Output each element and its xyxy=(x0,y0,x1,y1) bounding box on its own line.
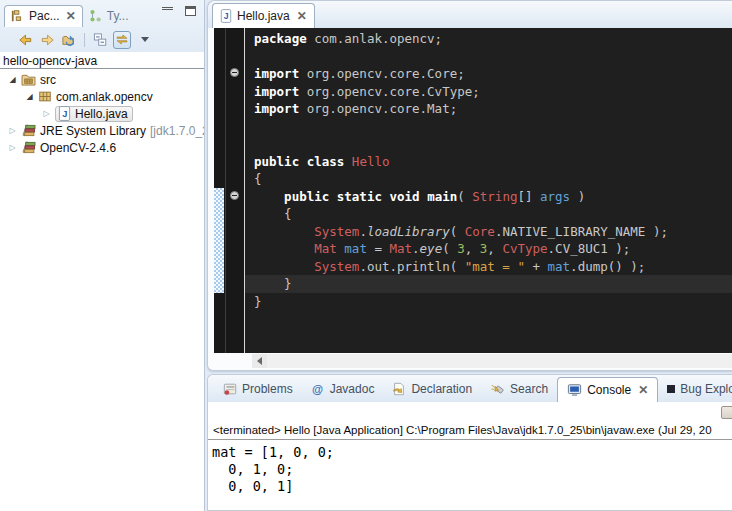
package-explorer-header: Pac... ✕ Ty... xyxy=(0,0,204,52)
code-line[interactable] xyxy=(254,135,732,153)
tab-label: Declaration xyxy=(411,382,472,396)
collapse-all-button[interactable] xyxy=(91,31,109,49)
expand-arrow-icon[interactable]: ▷ xyxy=(42,109,51,118)
tree-item-label: OpenCV-2.4.6 xyxy=(40,141,116,155)
type-hierarchy-icon xyxy=(89,9,103,23)
library-icon xyxy=(21,141,36,154)
tab-label: Problems xyxy=(242,382,293,396)
scroll-left-button[interactable] xyxy=(252,354,267,368)
tab-label: Javadoc xyxy=(330,382,375,396)
svg-text:@: @ xyxy=(312,382,323,394)
tree-item-package[interactable]: ◢ com.anlak.opencv xyxy=(0,88,204,105)
tab-label: Pac... xyxy=(29,9,60,23)
expand-arrow-icon[interactable]: ▷ xyxy=(8,126,17,135)
close-icon[interactable]: ✕ xyxy=(638,385,648,395)
tab-label: Ty... xyxy=(107,9,129,23)
expand-arrow-icon[interactable]: ▷ xyxy=(8,143,17,152)
javadoc-icon: @ xyxy=(311,382,325,396)
bottom-panel: Problems @ Javadoc Declaration Search xyxy=(207,374,732,511)
console-output[interactable]: mat = [1, 0, 0; 0, 1, 0; 0, 0, 1] xyxy=(208,440,732,495)
folding-margin[interactable] xyxy=(226,28,245,353)
code-line[interactable] xyxy=(254,118,732,136)
tree-item-project[interactable]: hello-opencv-java xyxy=(0,54,204,69)
up-folder-icon xyxy=(61,33,77,47)
tree-item-src[interactable]: ◢ src xyxy=(0,71,204,88)
expand-arrow-icon[interactable]: ◢ xyxy=(8,75,17,84)
code-line[interactable]: Mat mat = Mat.eye( 3, 3, CvType.CV_8UC1 … xyxy=(254,240,732,258)
back-button[interactable] xyxy=(16,31,34,49)
svg-text:J: J xyxy=(62,109,67,119)
package-icon xyxy=(38,90,52,103)
view-tabbar: Pac... ✕ Ty... xyxy=(0,0,204,27)
fold-collapse-icon[interactable] xyxy=(230,68,239,77)
package-explorer-toolbar xyxy=(0,27,204,52)
selected-item-highlight: J Hello.java xyxy=(55,106,133,122)
up-button[interactable] xyxy=(60,31,78,49)
annotation-ruler[interactable] xyxy=(214,28,225,353)
search-icon xyxy=(490,382,505,396)
tab-package-explorer[interactable]: Pac... ✕ xyxy=(4,5,83,27)
package-explorer-icon xyxy=(11,9,25,23)
java-file-icon: J xyxy=(220,9,232,23)
editor-tab-label: Hello.java xyxy=(237,9,290,23)
tab-type-hierarchy[interactable]: Ty... xyxy=(83,6,135,27)
console-process-title: <terminated> Hello [Java Application] C:… xyxy=(208,424,732,440)
maximize-view-icon[interactable] xyxy=(185,6,196,16)
library-icon xyxy=(21,124,36,137)
link-with-editor-button[interactable] xyxy=(113,31,131,49)
view-menu-icon[interactable] xyxy=(141,37,149,42)
code-line[interactable]: import org.opencv.core.Mat; xyxy=(254,100,732,118)
scroll-left-arrow-icon xyxy=(257,357,262,365)
close-icon[interactable]: ✕ xyxy=(66,11,76,21)
java-file-icon: J xyxy=(58,106,71,121)
console-toolbar xyxy=(208,402,732,424)
project-label: hello-opencv-java xyxy=(3,54,97,68)
tab-problems[interactable]: Problems xyxy=(214,375,302,402)
tree-item-jre-library[interactable]: ▷ JRE System Library [jdk1.7.0_25] xyxy=(0,122,204,139)
code-line[interactable]: } xyxy=(245,275,732,293)
code-line[interactable]: { xyxy=(254,170,732,188)
console-output-line: 0, 0, 1] xyxy=(212,478,732,495)
declaration-icon xyxy=(392,382,406,396)
tab-console[interactable]: Console ✕ xyxy=(557,377,658,402)
code-line[interactable]: System.loadLibrary( Core.NATIVE_LIBRARY_… xyxy=(254,223,732,241)
code-line[interactable]: public class Hello xyxy=(254,153,732,171)
tab-declaration[interactable]: Declaration xyxy=(383,375,481,402)
tab-javadoc[interactable]: @ Javadoc xyxy=(302,375,384,402)
code-line[interactable]: import org.opencv.core.Core; xyxy=(254,65,732,83)
tab-search[interactable]: Search xyxy=(481,375,557,402)
code-line[interactable]: { xyxy=(254,205,732,223)
code-line[interactable]: package com.anlak.opencv; xyxy=(254,30,732,48)
svg-text:J: J xyxy=(224,11,229,21)
bottom-tabbar: Problems @ Javadoc Declaration Search xyxy=(208,375,732,402)
toolbar-separator xyxy=(84,33,85,47)
problems-icon xyxy=(223,382,237,396)
tab-label: Search xyxy=(510,382,548,396)
tab-bug-explorer[interactable]: Bug Explorer xyxy=(658,375,732,402)
range-indicator xyxy=(214,188,224,293)
tree-item-opencv-library[interactable]: ▷ OpenCV-2.4.6 xyxy=(0,139,204,156)
code-line[interactable]: public static void main( String[] args ) xyxy=(254,188,732,206)
tree-item-label: com.anlak.opencv xyxy=(56,90,153,104)
editor-body: package com.anlak.opencv; import org.ope… xyxy=(214,28,732,353)
code-line[interactable]: System.out.println( "mat = " + mat.dump(… xyxy=(254,258,732,276)
code-area[interactable]: package com.anlak.opencv; import org.ope… xyxy=(245,28,732,353)
expand-arrow-icon[interactable]: ◢ xyxy=(25,92,34,101)
editor-horizontal-scrollbar[interactable] xyxy=(252,354,732,368)
forward-button[interactable] xyxy=(38,31,56,49)
tab-label: Bug Explorer xyxy=(680,382,732,396)
minimize-view-icon[interactable] xyxy=(162,7,173,16)
console-toolbar-button[interactable] xyxy=(721,406,732,419)
code-line[interactable]: } xyxy=(254,293,732,311)
editor-panel: J Hello.java ✕ package com.anlak.opencv;… xyxy=(207,0,732,371)
tree-item-label: src xyxy=(40,73,56,87)
code-line[interactable] xyxy=(254,48,732,66)
back-arrow-icon xyxy=(18,33,33,47)
editor-tabbar: J Hello.java ✕ xyxy=(208,1,732,28)
code-line[interactable]: import org.opencv.core.CvType; xyxy=(254,83,732,101)
editor-tab-hello-java[interactable]: J Hello.java ✕ xyxy=(212,3,315,28)
fold-collapse-icon[interactable] xyxy=(230,191,239,200)
project-tree: hello-opencv-java ◢ src ◢ com.anlak.open… xyxy=(0,52,204,156)
close-icon[interactable]: ✕ xyxy=(297,11,307,21)
tree-item-hello-java[interactable]: ▷ J Hello.java xyxy=(0,105,204,122)
